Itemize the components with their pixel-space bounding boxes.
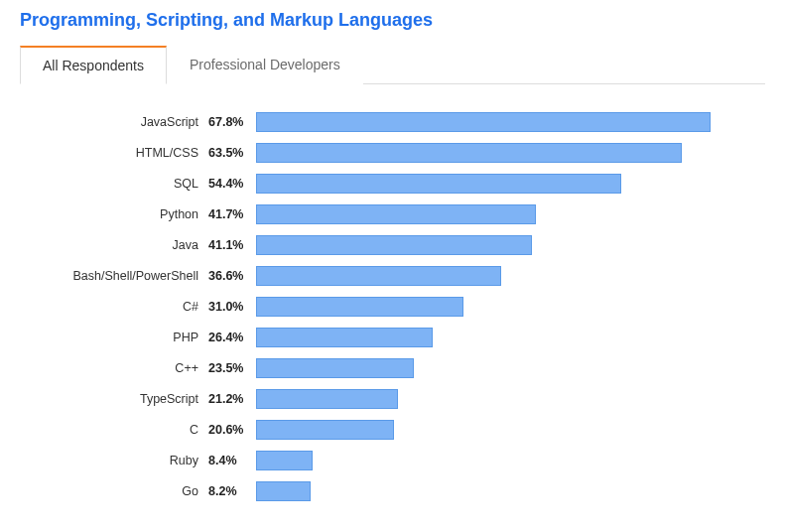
chart-row: Go8.2% [20,481,725,501]
bar-fill [256,235,532,255]
bar-fill [256,297,463,317]
bar-track [256,481,725,501]
bar-fill [256,204,536,224]
bar-value: 8.2% [208,484,256,498]
chart-row: Bash/Shell/PowerShell36.6% [20,266,725,286]
tab-all-respondents[interactable]: All Respondents [20,46,167,84]
chart-rows: JavaScript67.8%HTML/CSS63.5%SQL54.4%Pyth… [20,112,765,501]
bar-label: HTML/CSS [20,146,208,160]
bar-value: 26.4% [208,331,256,344]
bar-label: Ruby [20,454,208,467]
bar-fill [256,358,414,378]
bar-track [256,328,725,347]
bar-value: 36.6% [208,269,256,283]
bar-track [256,143,725,163]
bar-fill [256,420,394,440]
bar-fill [256,266,501,286]
bar-label: Go [20,484,208,498]
bar-track [256,204,725,224]
chart-row: SQL54.4% [20,174,725,194]
bar-label: C++ [20,361,208,375]
bar-track [256,420,725,440]
bar-label: TypeScript [20,392,208,406]
bar-value: 63.5% [208,146,256,160]
bar-track [256,112,725,132]
bar-track [256,235,725,255]
chart-row: JavaScript67.8% [20,112,725,132]
bar-label: C# [20,300,208,314]
bar-label: Java [20,238,208,252]
bar-label: Python [20,207,208,221]
tabs: All Respondents Professional Developers [20,45,765,84]
chart-row: C20.6% [20,420,725,440]
chart-row: PHP26.4% [20,328,725,347]
tab-professional-developers[interactable]: Professional Developers [167,46,363,84]
bar-value: 8.4% [208,454,256,467]
bar-fill [256,143,682,163]
chart-row: C++23.5% [20,358,725,378]
bar-fill [256,328,433,347]
bar-value: 23.5% [208,361,256,375]
chart-row: C#31.0% [20,297,725,317]
bar-value: 41.7% [208,207,256,221]
bar-track [256,358,725,378]
page-title: Programming, Scripting, and Markup Langu… [20,10,765,31]
bar-value: 21.2% [208,392,256,406]
chart-row: Python41.7% [20,204,725,224]
bar-track [256,297,725,317]
bar-track [256,389,725,409]
chart-row: Java41.1% [20,235,725,255]
chart-row: HTML/CSS63.5% [20,143,725,163]
bar-fill [256,174,621,194]
chart-row: TypeScript21.2% [20,389,725,409]
bar-fill [256,451,313,470]
bar-track [256,451,725,470]
bar-fill [256,112,711,132]
bar-label: Bash/Shell/PowerShell [20,269,208,283]
bar-label: C [20,423,208,437]
chart-row: Ruby8.4% [20,451,725,470]
bar-value: 67.8% [208,115,256,129]
bar-label: SQL [20,177,208,191]
bar-value: 31.0% [208,300,256,314]
bar-value: 20.6% [208,423,256,437]
bar-track [256,266,725,286]
bar-fill [256,389,398,409]
bar-label: JavaScript [20,115,208,129]
bar-track [256,174,725,194]
bar-label: PHP [20,331,208,344]
bar-fill [256,481,311,501]
bar-value: 54.4% [208,177,256,191]
bar-value: 41.1% [208,238,256,252]
